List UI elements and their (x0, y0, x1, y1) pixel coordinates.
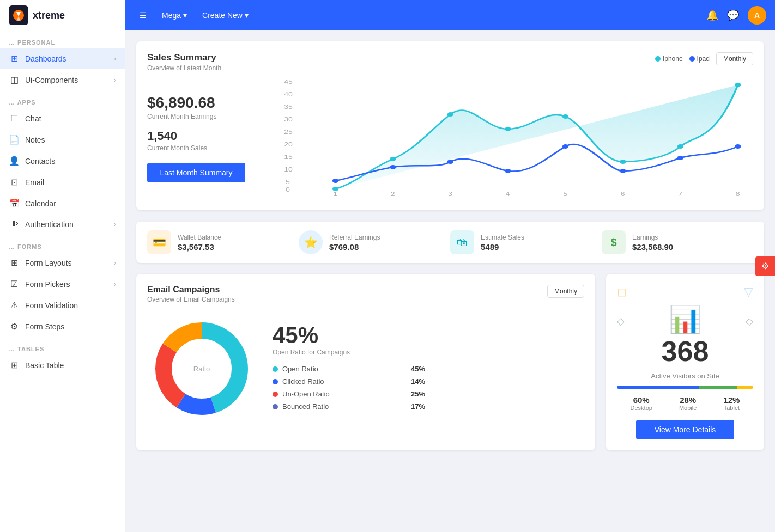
sidebar-item-authentication[interactable]: 👁 Authentication › (0, 214, 125, 235)
svg-text:5: 5 (286, 179, 290, 185)
clicked-ratio-pct: 14% (411, 377, 425, 386)
svg-text:15: 15 (284, 154, 293, 160)
chevron-right-icon: › (114, 280, 116, 288)
view-more-button[interactable]: View More Details (636, 420, 734, 439)
sales-label: Current Month Sales (147, 144, 267, 152)
ec-monthly-button[interactable]: Monthly (547, 285, 584, 298)
desktop-pct: 60% (631, 395, 652, 405)
authentication-icon: 👁 (9, 219, 20, 229)
open-ratio-pct: 45% (411, 365, 425, 373)
wallet-icon: 💳 (153, 236, 166, 249)
sidebar: … PERSONAL ⊞ Dashboards › ◫ Ui-Component… (0, 30, 125, 532)
sales-body: $6,890.68 Current Month Earnings 1,540 C… (147, 77, 753, 199)
notes-icon: 📄 (9, 134, 20, 145)
visitors-top-icons: ◻ ▽ (617, 285, 753, 299)
form-layouts-icon: ⊞ (9, 258, 20, 268)
chart-icon: 📊 (662, 304, 709, 335)
stat-value: $3,567.53 (178, 242, 221, 252)
ec-body: Ratio 45% Open Ratio for Campaigns Open … (136, 309, 595, 434)
sidebar-item-notes[interactable]: 📄 Notes (0, 129, 125, 150)
stat-info: Earnings $23,568.90 (632, 234, 673, 252)
triangle-decorative-icon: ▽ (744, 285, 753, 299)
sidebar-item-label: Calendar (25, 199, 56, 208)
ec-subtitle: Overview of Email Campaigns (147, 296, 235, 303)
navbar-right: 🔔 💬 A (706, 6, 766, 25)
ratio-stats: 45% Open Ratio for Campaigns Open Ratio … (273, 322, 425, 415)
svg-text:10: 10 (284, 167, 293, 173)
svg-text:30: 30 (284, 117, 293, 123)
stat-value: $769.08 (329, 242, 380, 252)
sales-title: Sales Summary (147, 52, 221, 63)
earnings-label: Current Month Earnings (147, 113, 267, 120)
sidebar-item-form-validation[interactable]: ⚠ Form Validation (0, 295, 125, 316)
svg-text:4: 4 (506, 191, 510, 197)
ec-title-group: Email Campaigns Overview of Email Campai… (147, 285, 235, 303)
create-new-button[interactable]: Create New ▾ (197, 8, 254, 23)
sidebar-item-contacts[interactable]: 👤 Contacts (0, 150, 125, 172)
tablet-breakdown: 12% Tablet (723, 395, 740, 411)
form-validation-icon: ⚠ (9, 300, 20, 310)
bounced-ratio-dot (273, 404, 278, 409)
stat-value: 5489 (481, 242, 524, 252)
monthly-button[interactable]: Monthly (716, 52, 753, 65)
navbar: xtreme ☰ Mega ▾ Create New ▾ 🔔 💬 A (0, 0, 775, 30)
svg-text:Ratio: Ratio (193, 365, 210, 373)
desktop-progress (617, 386, 699, 389)
stat-info: Estimate Sales 5489 (481, 234, 524, 252)
visitors-label: Active Visitors on Site (651, 372, 719, 380)
sidebar-item-label: Chat (25, 114, 41, 123)
svg-text:35: 35 (284, 104, 293, 110)
sidebar-item-label: Ui-Components (25, 76, 78, 84)
hamburger-button[interactable]: ☰ (134, 8, 152, 23)
chevron-right-icon: › (114, 221, 116, 228)
sidebar-item-calendar[interactable]: 📅 Calendar (0, 193, 125, 214)
sidebar-item-chat[interactable]: ☐ Chat (0, 108, 125, 129)
sidebar-item-form-pickers[interactable]: ☑ Form Pickers › (0, 273, 125, 295)
sales-chart: 45 40 35 30 25 20 15 10 5 0 1 2 3 (278, 77, 753, 199)
svg-text:1: 1 (333, 191, 337, 197)
mega-menu-button[interactable]: Mega ▾ (156, 8, 192, 23)
iphone-legend-dot (655, 56, 661, 62)
sales-count: 1,540 (147, 129, 267, 143)
sidebar-item-form-layouts[interactable]: ⊞ Form Layouts › (0, 252, 125, 273)
diamond-decorative-icon: ◇ (617, 315, 625, 327)
sidebar-item-email[interactable]: ⊡ Email (0, 172, 125, 193)
chat-icon[interactable]: 💬 (727, 9, 739, 21)
tables-section-label: … TABLES (0, 337, 125, 354)
user-avatar[interactable]: A (748, 6, 766, 25)
svg-text:7: 7 (678, 191, 682, 197)
legend-ipad: Ipad (689, 55, 710, 63)
unopen-ratio-pct: 25% (411, 390, 425, 398)
form-pickers-icon: ☑ (9, 279, 20, 289)
svg-point-31 (447, 160, 453, 164)
sidebar-item-dashboards[interactable]: ⊞ Dashboards › (0, 48, 125, 69)
sidebar-item-ui-components[interactable]: ◫ Ui-Components › (0, 69, 125, 90)
sidebar-item-basic-table[interactable]: ⊞ Basic Table (0, 354, 125, 376)
svg-point-29 (332, 179, 338, 183)
settings-gear-button[interactable]: ⚙ (755, 256, 775, 276)
svg-text:40: 40 (284, 91, 293, 97)
sales-title-group: Sales Summary Overview of Latest Month (147, 52, 221, 72)
diamond2-decorative-icon: ◇ (746, 315, 753, 327)
svg-text:2: 2 (391, 191, 395, 197)
sidebar-item-form-steps[interactable]: ⚙ Form Steps (0, 316, 125, 337)
notification-icon[interactable]: 🔔 (706, 9, 718, 21)
svg-text:45: 45 (284, 79, 293, 85)
sales-subtitle: Overview of Latest Month (147, 64, 221, 72)
svg-text:8: 8 (736, 191, 740, 197)
last-month-button[interactable]: Last Month Summary (147, 163, 245, 182)
stats-row-card: 💳 Wallet Balance $3,567.53 ⭐ Referral Ea… (136, 221, 764, 263)
svg-text:5: 5 (563, 191, 567, 197)
sidebar-item-label: Authentication (25, 220, 74, 229)
mobile-label: Mobile (679, 405, 697, 411)
sales-summary-card: Sales Summary Overview of Latest Month I… (136, 41, 764, 210)
stat-referral: ⭐ Referral Earnings $769.08 (299, 230, 450, 254)
form-steps-icon: ⚙ (9, 321, 20, 332)
dashboards-icon: ⊞ (9, 53, 20, 64)
svg-point-25 (562, 114, 568, 119)
brand: xtreme (0, 0, 125, 30)
ratio-desc: Open Ratio for Campaigns (273, 348, 425, 356)
svg-point-30 (390, 165, 396, 169)
earnings-icon-box: $ (602, 230, 626, 254)
mobile-breakdown: 28% Mobile (679, 395, 697, 411)
